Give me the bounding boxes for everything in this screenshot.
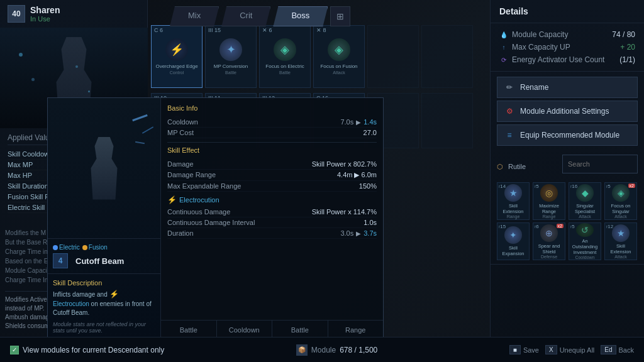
cooldown-label: Cooldown: [167, 118, 198, 126]
details-buttons: ✏ Rename ⚙ Module Additional Settings ≡ …: [491, 72, 644, 151]
back-label: Back: [619, 346, 634, 354]
top-module-0[interactable]: C 6 ⚡ Overcharged Edge Control: [151, 25, 203, 88]
mod-rank-6: 5: [570, 224, 575, 229]
skill-label-section: Electric Fusion 4 Cutoff Beam: [48, 238, 160, 273]
equip-recommended-button[interactable]: ≡ Equip Recommended Module: [497, 124, 638, 146]
desc-electrocution: Electrocution: [53, 300, 89, 307]
mod-type-1: Range: [543, 214, 556, 219]
beam-particle-2: [142, 126, 153, 134]
rename-label: Rename: [520, 83, 548, 92]
mod-row2-5[interactable]: [421, 93, 473, 148]
tab-mix[interactable]: Mix: [170, 6, 219, 26]
module-card-6[interactable]: 5 ↺ An Outstanding Investment Cooldown: [569, 222, 601, 260]
unequip-key: X: [545, 345, 557, 354]
search-input[interactable]: [563, 158, 644, 170]
view-modules-checkbox[interactable]: ✓: [10, 346, 19, 354]
max-capacity-text: Max Capacity UP: [512, 43, 570, 52]
duration-row: Duration 3.0s ▶ 3.7s: [167, 228, 377, 239]
energy-row: ⟳ Energy Activator Use Count (1/1): [499, 53, 635, 66]
main-tabs: Mix Crit Boss ⊞: [170, 6, 350, 26]
beam-particle-1: [132, 114, 148, 121]
top-module-1[interactable]: III 15 ✦ MP Conversion Battle: [205, 25, 257, 88]
mod-name-1: Maximize Range: [533, 203, 565, 214]
damage-range-value: 4.4m ▶ 6.0m: [337, 171, 377, 179]
top-mod-rank-0: C 6: [154, 27, 163, 33]
capacity-up-icon: ↑: [499, 43, 508, 52]
top-module-4[interactable]: [367, 25, 419, 88]
action-range[interactable]: Range: [328, 321, 384, 339]
module-card-2[interactable]: 16 ◆ Singular Specialist Attack: [569, 182, 601, 220]
top-mod-name-1: MP Conversion: [211, 63, 251, 70]
mp-cost-label: MP Cost: [167, 129, 194, 136]
mod-rank-7: 12: [606, 224, 613, 229]
tab-boss[interactable]: Boss: [273, 6, 328, 26]
module-count-section: 📦 Module 678 / 1,500: [296, 344, 377, 356]
top-mod-type-3: Attack: [333, 70, 345, 75]
module-card-4[interactable]: 15 ✦ Skill Expansion: [497, 222, 530, 260]
action-battle-2[interactable]: Battle: [272, 321, 328, 339]
back-action[interactable]: Ed Back: [601, 345, 634, 354]
mod-rank-2: 16: [570, 184, 577, 189]
save-action[interactable]: ■ Save: [509, 345, 539, 354]
module-count-value: 678 / 1,500: [340, 346, 377, 354]
cooldown-arrow: ▶: [356, 119, 361, 126]
equip-icon: ≡: [504, 129, 515, 141]
mod-icon-0: ★: [504, 184, 522, 202]
energy-icon: ⟳: [499, 55, 508, 64]
skill-info-panel: Basic Info Cooldown 7.0s ▶ 1.4s MP Cost …: [161, 98, 383, 339]
mod-name-4: Skill Expansion: [497, 245, 529, 256]
basic-info-title: Basic Info: [167, 104, 377, 113]
search-bar: 🔍 ?: [562, 155, 638, 173]
mod-name-2: Singular Specialist: [569, 203, 601, 214]
details-header: Details: [491, 0, 644, 23]
top-module-2[interactable]: ✕ 6 ◈ Focus on Electric Battle: [259, 25, 311, 88]
module-card-3[interactable]: 5 x2 ◈ Focus on Singular Attack: [604, 182, 637, 220]
top-mod-rank-2: ✕ 6: [262, 27, 272, 33]
particle-2: [75, 65, 78, 68]
electric-dot: [53, 245, 58, 250]
module-card-0[interactable]: 14 ★ Skill Extension Range: [497, 182, 530, 220]
action-cooldown[interactable]: Cooldown: [217, 321, 273, 339]
action-battle-1[interactable]: Battle: [161, 321, 217, 339]
top-module-3[interactable]: ✕ 8 ◈ Focus on Fusion Attack: [313, 25, 365, 88]
duration-value: 3.0s ▶ 3.7s: [340, 229, 377, 237]
max-expand-row: Max Expandable Range 150%: [167, 181, 377, 192]
tab-crit[interactable]: Crit: [221, 6, 270, 26]
mod-rank-4: 15: [499, 224, 506, 229]
particle-1: [19, 53, 23, 57]
mp-cost-value: 27.0: [364, 129, 377, 136]
skill-tags: Electric Fusion: [53, 244, 155, 251]
module-grid: 14 ★ Skill Extension Range 5 ◎ Maximize …: [497, 182, 638, 260]
rutile-icon: ⬡: [497, 163, 503, 171]
damage-label: Damage: [167, 160, 194, 168]
energy-value: (1/1): [619, 55, 635, 64]
module-capacity-value: 74 / 80: [612, 30, 635, 39]
cooldown-new: 1.4s: [364, 118, 377, 126]
top-module-5[interactable]: [421, 25, 473, 88]
unequip-action[interactable]: X Unequip All: [545, 345, 594, 354]
unequip-label: Unequip All: [560, 346, 595, 354]
character-name: Sharen: [30, 5, 60, 15]
divider-1: [167, 142, 377, 143]
rename-button[interactable]: ✏ Rename: [497, 77, 638, 98]
mod-rank-0: 14: [499, 184, 506, 189]
fusion-dot: [82, 245, 87, 250]
grid-view-button[interactable]: ⊞: [330, 6, 350, 26]
damage-range-row: Damage Range 4.4m ▶ 6.0m: [167, 170, 377, 181]
module-card-7[interactable]: 12 ★ Skill Extension Attack: [604, 222, 637, 260]
top-mod-icon-0: ⚡: [165, 38, 188, 61]
mod-rank-5: 6: [535, 224, 539, 229]
mod-badge-5: x2: [557, 224, 564, 228]
additional-settings-button[interactable]: ⚙ Module Additional Settings: [497, 101, 638, 122]
settings-icon: ⚙: [504, 106, 515, 117]
module-card-5[interactable]: 6 x2 ⊕ Spear and Shield Defense: [533, 222, 565, 260]
mod-icon-6: ↺: [576, 223, 594, 237]
particle-3: [31, 78, 35, 81]
skill-preview-panel: Electric Fusion 4 Cutoff Beam Skill Desc…: [48, 98, 161, 339]
damage-interval-row: Continuous Damage Interval 1.0s: [167, 217, 377, 228]
electrocution-sub: ⚡ Electrocution: [167, 195, 377, 204]
electrocution-title: Electrocution: [179, 196, 219, 204]
module-card-1[interactable]: 5 ◎ Maximize Range Range: [533, 182, 565, 220]
skill-number: 4: [53, 253, 68, 268]
skill-desc-title: Skill Description: [53, 279, 155, 287]
